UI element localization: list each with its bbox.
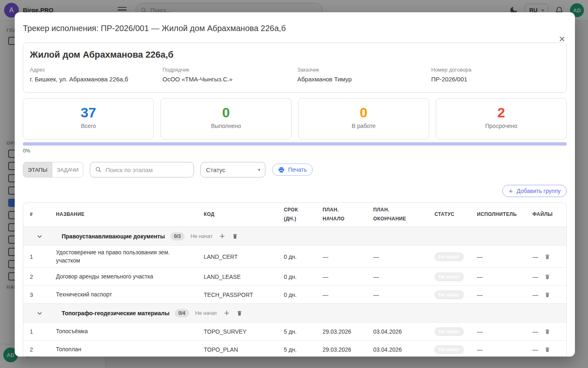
task-status-chip[interactable]: Не начат: [434, 327, 464, 336]
task-plan-start: —: [323, 254, 373, 260]
stats-row: 37Всего0Выполнено0В работе2Просрочено: [23, 98, 567, 139]
search-icon: [95, 166, 102, 173]
task-files: —: [532, 292, 538, 298]
add-group-label: Добавить группу: [517, 188, 561, 194]
toolbar: ЭТАПЫ ЗАДАЧИ Статус ▾ Печать: [23, 162, 567, 177]
field-label: Адрес: [30, 67, 163, 73]
add-task-icon[interactable]: +: [224, 309, 229, 318]
stat-value: 2: [436, 105, 566, 121]
project-info-card: Жилой дом Абрахманова 226а,б Адрес г. Би…: [23, 43, 567, 93]
task-duration: 5 дн.: [284, 346, 323, 353]
task-code: LAND_LEASE: [204, 274, 284, 280]
task-code: TECH_PASSPORT: [204, 292, 284, 298]
status-filter-label: Статус: [206, 166, 225, 173]
task-plan-start: —: [323, 274, 373, 280]
task-status-chip[interactable]: Не начат: [434, 290, 464, 299]
tab-stages[interactable]: ЭТАПЫ: [23, 162, 52, 177]
delete-group-icon[interactable]: [236, 310, 243, 316]
stat-card-total: 37Всего: [23, 98, 154, 139]
table-body: Правоустанавливающие документы0/3Не нача…: [23, 227, 566, 357]
task-plan-end: —: [373, 254, 434, 260]
add-task-icon[interactable]: +: [220, 232, 225, 241]
column-header: ПЛАН. НАЧАЛО: [323, 206, 373, 223]
task-plan-start: 29.03.2026: [323, 346, 373, 353]
print-label: Печать: [288, 166, 307, 173]
add-group-button[interactable]: + Добавить группу: [502, 185, 567, 197]
group-row: Правоустанавливающие документы0/3Не нача…: [23, 227, 566, 245]
task-status-chip[interactable]: Не начат: [434, 252, 464, 261]
task-name: Договор аренды земельного участка: [56, 270, 204, 284]
field-label: Заказчик: [297, 67, 431, 73]
chevron-down-icon[interactable]: [23, 232, 56, 240]
delete-task-icon[interactable]: [544, 254, 550, 260]
printer-icon: [278, 166, 285, 173]
field-label: Номер договора: [431, 67, 560, 73]
column-header: ПЛАН. ОКОНЧАНИЕ: [373, 206, 434, 223]
group-status: Не начат: [191, 233, 213, 239]
modal-title: Трекер исполнения: ПР-2026/001 — Жилой д…: [23, 24, 567, 33]
task-number: 1: [23, 328, 56, 335]
delete-group-icon[interactable]: [232, 233, 238, 240]
task-duration: 5 дн.: [284, 328, 323, 335]
stat-label: Выполнено: [161, 123, 291, 129]
project-field-contract-number: Номер договора ПР-2026/001: [431, 67, 560, 83]
column-header: ИСПОЛНИТЕЛЬ: [477, 210, 529, 219]
field-value: Абрахманов Тимур: [297, 76, 431, 83]
table-row: 2ТопопланTOPO_PLAN5 дн.29.03.202603.04.2…: [23, 340, 566, 357]
stat-value: 0: [298, 105, 429, 121]
task-files: —: [532, 254, 538, 260]
column-header: СРОК (ДН.): [284, 206, 323, 223]
group-progress-badge: 0/3: [170, 232, 185, 240]
group-status: Не начат: [195, 310, 217, 316]
group-name: Топографо-геодезические материалы: [62, 310, 169, 316]
task-duration: 0 дн.: [284, 254, 323, 260]
task-assignee: —: [477, 292, 529, 298]
delete-task-icon[interactable]: [544, 274, 550, 280]
delete-task-icon[interactable]: [544, 346, 550, 353]
project-name: Жилой дом Абрахманова 226а,б: [30, 49, 560, 60]
plus-icon: +: [508, 187, 513, 195]
task-files: —: [532, 274, 538, 280]
delete-task-icon[interactable]: [544, 292, 550, 298]
task-code: LAND_CERT: [204, 254, 284, 260]
stage-search[interactable]: [90, 162, 194, 177]
task-files: —: [532, 346, 538, 353]
table-row: 2Договор аренды земельного участкаLAND_L…: [23, 267, 566, 285]
progress-bar: [23, 142, 567, 146]
delete-task-icon[interactable]: [544, 328, 550, 335]
task-plan-start: 29.03.2026: [323, 328, 373, 335]
close-icon[interactable]: ×: [559, 34, 565, 44]
task-status-chip[interactable]: Не начат: [434, 345, 464, 354]
task-duration: 0 дн.: [284, 292, 323, 298]
table-row: 3Технический паспортTECH_PASSPORT0 дн.——…: [23, 285, 566, 303]
task-code: TOPO_SURVEY: [204, 328, 284, 335]
stat-card-done: 0Выполнено: [160, 98, 292, 139]
task-duration: 0 дн.: [284, 274, 323, 280]
task-plan-end: 03.04.2026: [373, 346, 434, 353]
stage-search-input[interactable]: [105, 166, 189, 173]
column-header: СТАТУС: [434, 210, 477, 219]
field-value: ОсОО «ТМА-Чынгыз.С.»: [163, 76, 297, 83]
task-name: Удостоверение на право пользования зем. …: [56, 246, 204, 267]
field-value: ПР-2026/001: [431, 76, 560, 83]
task-plan-start: —: [323, 292, 373, 298]
group-row: Топографо-геодезические материалы0/4Не н…: [23, 303, 566, 322]
status-filter-select[interactable]: Статус ▾: [200, 162, 265, 177]
task-number: 2: [23, 346, 56, 353]
tab-tasks[interactable]: ЗАДАЧИ: [52, 162, 83, 177]
stat-card-overdue: 2Просрочено: [436, 98, 567, 139]
task-status-chip[interactable]: Не начат: [434, 272, 464, 281]
column-header: #: [23, 210, 56, 219]
progress-percent: 0%: [23, 148, 567, 154]
task-assignee: —: [477, 254, 529, 260]
task-code: TOPO_PLAN: [204, 346, 284, 353]
project-field-address: Адрес г. Бишкек, ул. Абрахманова 226а,б: [30, 67, 163, 83]
chevron-down-icon[interactable]: [23, 309, 56, 317]
task-number: 3: [23, 292, 56, 298]
field-label: Подрядчик: [163, 67, 297, 73]
column-header: КОД: [204, 210, 284, 219]
task-plan-end: —: [373, 274, 434, 280]
task-name: Топоплан: [56, 343, 204, 357]
task-number: 1: [23, 254, 56, 260]
print-button[interactable]: Печать: [272, 164, 313, 176]
